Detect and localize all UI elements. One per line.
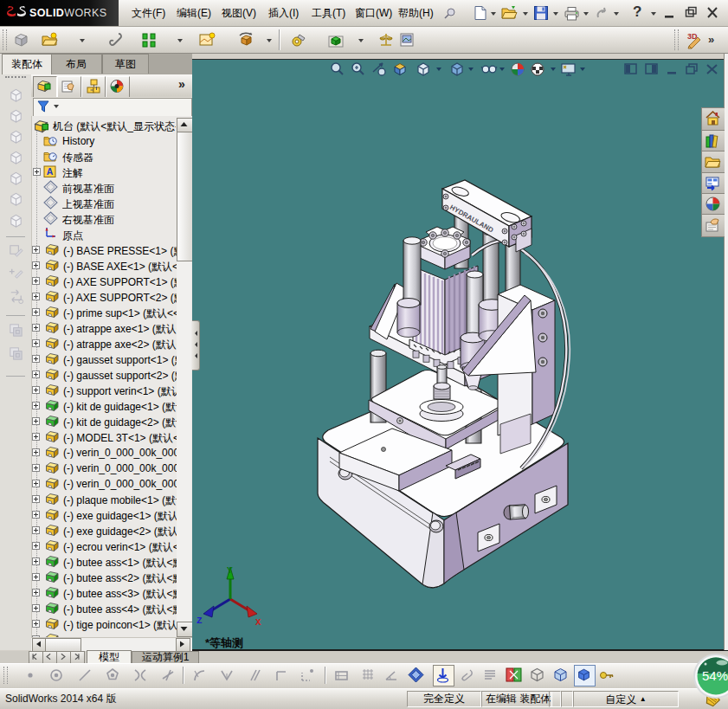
svg-text:SOLIDWORKS: SOLIDWORKS: [29, 7, 106, 19]
svg-text:X: X: [255, 617, 261, 628]
svg-text:54%: 54%: [702, 668, 728, 683]
svg-text:Y: Y: [227, 565, 233, 576]
svg-text:A: A: [47, 166, 54, 177]
svg-text:Z: Z: [196, 616, 203, 626]
